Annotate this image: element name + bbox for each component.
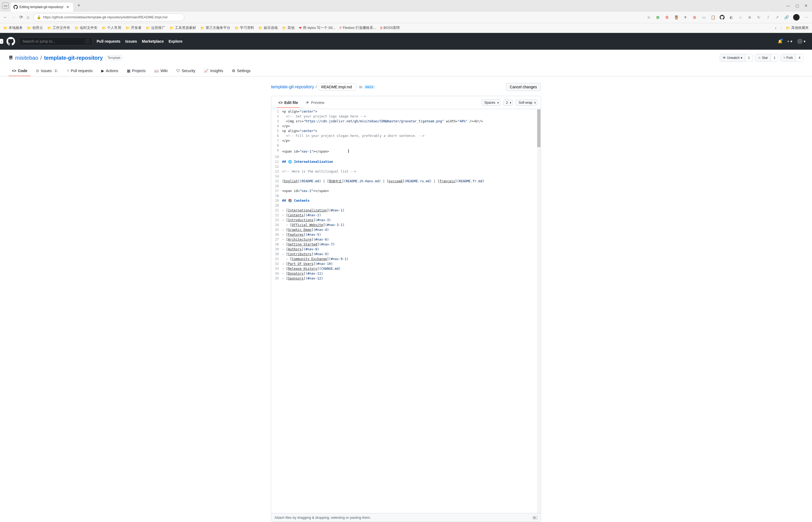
extension-icon[interactable]: ▭ [701,15,706,20]
breadcrumb-root[interactable]: template-git-repository [271,84,314,89]
history-icon[interactable]: ↻ [756,15,761,20]
tab-pull-requests[interactable]: ⑂ Pull requests [64,66,96,76]
code-line[interactable]: 10 [271,155,541,159]
bookmark-item[interactable]: FFlexbox 打造栅格系... [339,26,376,30]
tab-overview-icon[interactable]: ▭ [2,2,9,9]
code-line[interactable]: 1<p align="center"> [271,109,541,114]
code-line[interactable]: 24 - [Official Website](#nav-3-1) [271,222,541,227]
refresh-icon[interactable]: ⟳ [19,15,23,20]
tab-preview[interactable]: 👁 Preview [302,98,328,107]
tab-issues[interactable]: ⊙ Issues 1 [33,66,62,76]
star-count[interactable]: 1 [771,54,778,61]
tab-code[interactable]: <> Code [9,66,30,76]
bookmark-folder[interactable]: 📁创普云 [27,26,43,30]
extension-icon[interactable]: ⊕ [747,15,752,20]
code-line[interactable]: 13<!-- Here is the multilingual list --> [271,169,541,174]
code-line[interactable]: 2 <!-- Set your project logo image here … [271,114,541,119]
indent-mode-select[interactable]: Spaces▴▾ [482,99,500,106]
code-line[interactable]: 34- [Donators](#nav-11) [271,271,541,276]
extension-icon[interactable]: 🦉 [674,15,679,20]
code-line[interactable]: 19## 📚 Contents [271,198,541,203]
star-button[interactable]: ☆ Star [755,54,771,61]
gh-nav-issues[interactable]: Issues [125,39,137,43]
tab-add-icon[interactable]: + [75,3,83,8]
extension-icon[interactable]: ⊞ [692,15,697,20]
tab-projects[interactable]: ▦ Projects [124,66,149,76]
profile-avatar[interactable] [793,14,799,21]
tab-settings[interactable]: ⚙ Settings [229,66,254,76]
code-line[interactable]: 8 [271,143,541,148]
filename-input[interactable] [318,83,356,91]
user-menu[interactable]: ▾ [797,39,806,44]
bookmark-overflow-icon[interactable]: › [775,26,776,30]
github-ext-icon[interactable] [720,15,725,20]
scrollbar-track[interactable] [537,109,541,513]
code-line[interactable]: 12 [271,164,541,169]
tab-close-icon[interactable]: ✕ [65,5,70,9]
code-line[interactable]: 16 [271,184,541,188]
bookmark-item[interactable]: BBOSS直聘 [380,26,400,30]
bookmark-folder[interactable]: 📁学习资料 [234,26,254,30]
code-line[interactable]: 18 [271,193,541,198]
bookmark-folder[interactable]: 📁其他 [282,26,294,30]
indent-size-select[interactable]: 2▴▾ [503,99,513,106]
bookmark-folder[interactable]: 📁运营推广 [146,26,165,30]
code-line[interactable]: 9<span id="nav-1"></span>I [271,148,541,155]
code-line[interactable]: 20 [271,203,541,208]
url-input[interactable]: 🔒 https://github.com/misitebao/template-… [33,13,184,21]
browser-tab[interactable]: Editing template-git-repository/ ✕ [11,3,73,11]
code-line[interactable]: 28- [Getting Started](#nav-7) [271,242,541,247]
extension-icon[interactable]: ⊞ [655,15,660,20]
repo-name-link[interactable]: template-git-repository [44,55,103,61]
sidebar-expand-icon[interactable]: › [0,39,3,44]
code-line[interactable]: 6 <!-- Fill in your project slogan here,… [271,134,541,138]
code-line[interactable]: 27- [Architecture](#nav-6) [271,237,541,242]
code-line[interactable]: 30- [Contributors](#nav-9) [271,252,541,257]
collections-icon[interactable]: ☆ [738,15,743,20]
gh-nav-pull-requests[interactable]: Pull requests [97,39,120,43]
code-line[interactable]: 31 - [Community Exchange](#nav-9-1) [271,257,541,261]
bookmark-folder[interactable]: 📁娱乐游戏 [258,26,278,30]
create-menu-icon[interactable]: + ▾ [787,39,792,43]
window-close-icon[interactable]: ✕ [805,3,808,8]
code-line[interactable]: 22- [Contents](#nav-2) [271,213,541,218]
code-line[interactable]: 3 <img src="https://cdn.jsdelivr.net/gh/… [271,119,541,124]
notifications-icon[interactable]: 🔔 [778,39,782,43]
watch-count[interactable]: 1 [745,54,753,61]
bookmark-folder[interactable]: 📁第三方服务平台 [200,26,230,30]
extension-icon[interactable]: 📋 [710,15,715,20]
home-icon[interactable]: ⌂ [27,15,29,20]
extension-icon[interactable]: 🔗 [784,15,789,20]
tab-wiki[interactable]: 📖 Wiki [151,66,171,76]
gh-nav-marketplace[interactable]: Marketplace [142,39,164,43]
code-line[interactable]: 14 [271,174,541,179]
extension-icon[interactable]: G [665,15,669,20]
github-search-input[interactable]: Search or jump to... / [19,37,92,45]
tab-edit-file[interactable]: <> Edit file [274,98,302,107]
tab-actions[interactable]: ▶ Actions [98,66,122,76]
wrap-mode-select[interactable]: Soft wrap▴▾ [516,99,538,106]
code-line[interactable]: 11## 🌐 Internationalization [271,159,541,164]
menu-icon[interactable]: ⋯ [804,15,809,20]
bookmark-folder[interactable]: 📁本地服务 [3,26,23,30]
window-minimize-icon[interactable]: — [786,3,790,8]
bookmark-folder[interactable]: 📁开发者 [126,26,142,30]
code-line[interactable]: 23- [Introductions](#nav-3) [271,218,541,222]
code-line[interactable]: 33- [Release History](CHANGE.md) [271,266,541,271]
cancel-changes-button[interactable]: Cancel changes [506,83,541,91]
code-line[interactable]: 25- [Graphic Demo](#nav-4) [271,227,541,232]
code-line[interactable]: 15[English](README.md) | [简体中文](README.z… [271,179,541,184]
repo-owner-link[interactable]: misitebao [15,55,38,61]
extension-icon[interactable]: ◐ [729,15,734,20]
code-editor[interactable]: 1<p align="center">2 <!-- Set your proje… [271,109,541,513]
fork-button[interactable]: ⑂ Fork [781,54,795,61]
bookmark-folder[interactable]: 📁工具资源素材 [169,26,196,30]
github-logo-icon[interactable] [6,37,15,46]
gh-nav-explore[interactable]: Explore [168,39,182,43]
favorite-icon[interactable]: ☆ [646,15,651,20]
fork-count[interactable]: 4 [795,54,803,61]
tab-security[interactable]: 🛡 Security [173,66,199,76]
code-line[interactable]: 29- [Authors](#nav-8) [271,247,541,252]
bookmark-folder[interactable]: 📁个人常用 [102,26,121,30]
bookmark-folder[interactable]: 📁临时文件夹 [75,26,98,30]
